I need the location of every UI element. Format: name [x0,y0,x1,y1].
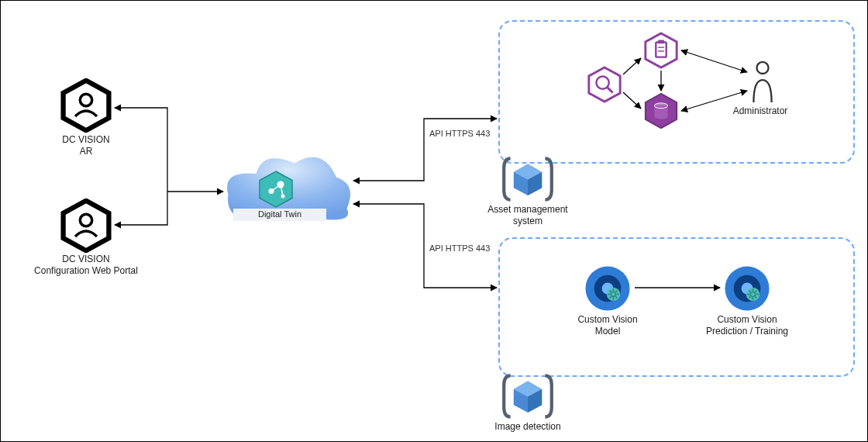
diagram-canvas: DC VISIONAR DC VISIONConfiguration Web P… [0,0,868,442]
svg-line-38 [609,297,611,299]
svg-marker-16 [589,67,620,102]
svg-rect-21 [658,40,664,44]
administrator-icon [749,60,777,105]
label-cv-model: Custom VisionModel [546,314,670,337]
cv-prediction-icon [723,264,771,313]
label-administrator: Administrator [714,105,807,117]
label-dc-vision-web-portal: DC VISIONConfiguration Web Portal [24,254,148,277]
label-api-top: API HTTPS 443 [429,129,490,138]
svg-line-52 [756,290,757,292]
cv-model-icon [584,264,632,313]
label-digital-twin: Digital Twin [233,209,326,221]
svg-point-3 [80,214,91,226]
svg-marker-4 [260,171,292,207]
label-api-bottom: API HTTPS 443 [429,243,490,253]
svg-line-53 [749,290,750,292]
hex-magnifier-icon [586,66,623,103]
label-dc-vision-ar: DC VISIONAR [24,134,148,157]
label-image-detection: Image detection [466,421,590,433]
svg-marker-19 [646,33,677,67]
hex-clipboard-icon [642,32,680,69]
group-image-detection [498,237,855,377]
label-cv-prediction: Custom VisionPrediction / Training [685,314,809,337]
svg-point-27 [756,62,768,74]
svg-line-50 [756,297,757,299]
digital-twin-icon [257,170,295,209]
hex-database-icon [642,92,680,129]
svg-line-40 [609,290,611,292]
hex-web-portal-icon [59,199,113,253]
ams-icon [497,152,559,206]
label-ams: Asset managementsystem [466,204,590,227]
image-detection-icon [497,369,559,423]
hex-ar-icon [59,78,113,133]
svg-line-37 [616,297,618,299]
svg-line-51 [749,297,750,299]
svg-point-1 [80,94,91,105]
svg-line-39 [616,290,618,292]
